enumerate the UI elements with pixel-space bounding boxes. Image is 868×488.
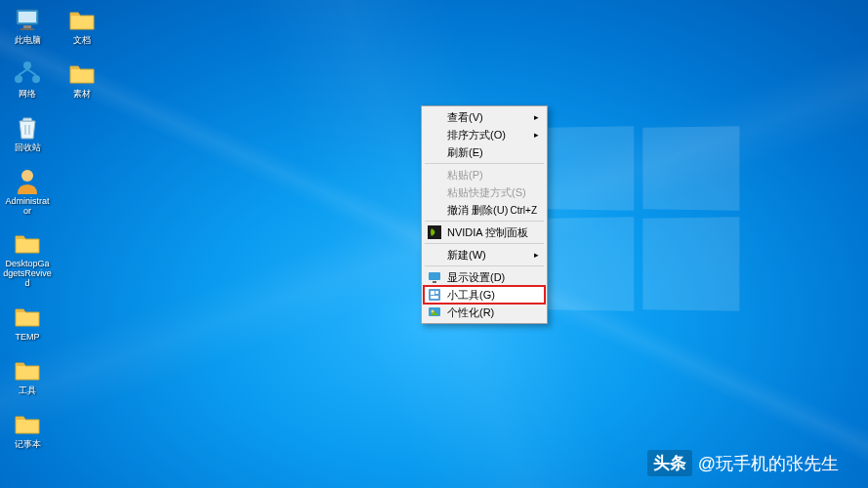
folder-icon bbox=[66, 58, 98, 89]
menu-item-label: 排序方式(O) bbox=[447, 128, 506, 142]
desktop-icon-this-pc[interactable]: 此电脑 bbox=[2, 2, 53, 48]
menu-item-sort[interactable]: 排序方式(O) bbox=[424, 126, 545, 143]
svg-rect-9 bbox=[429, 272, 440, 280]
desktop-icon-label: DesktopGadgetsRevived bbox=[3, 260, 52, 289]
svg-point-4 bbox=[23, 61, 31, 69]
menu-item-nvidia[interactable]: NVIDIA 控制面板 bbox=[424, 224, 545, 241]
desktop-icon-label: 网络 bbox=[19, 90, 36, 100]
menu-separator bbox=[425, 163, 544, 164]
menu-item-paste-sc: 粘贴快捷方式(S) bbox=[424, 183, 545, 201]
menu-item-label: 个性化(R) bbox=[447, 305, 494, 320]
pc-icon bbox=[12, 4, 43, 35]
menu-item-paste: 粘贴(P) bbox=[424, 166, 545, 183]
personal-icon bbox=[428, 305, 441, 319]
menu-item-shortcut: Ctrl+Z bbox=[511, 205, 538, 216]
desktop-icon-admin[interactable]: Administrator bbox=[2, 163, 53, 219]
menu-item-label: NVIDIA 控制面板 bbox=[447, 225, 528, 240]
folder-icon bbox=[12, 408, 43, 439]
folder-icon bbox=[66, 4, 98, 35]
menu-item-display[interactable]: 显示设置(D) bbox=[424, 268, 545, 286]
desktop-icon-label: TEMP bbox=[15, 333, 39, 343]
menu-item-label: 小工具(G) bbox=[447, 288, 495, 303]
desktop-icon-label: 此电脑 bbox=[15, 36, 41, 46]
windows-logo-overlay bbox=[546, 127, 741, 312]
svg-point-7 bbox=[21, 170, 33, 182]
menu-item-view[interactable]: 查看(V) bbox=[424, 108, 545, 126]
desktop-icon-network[interactable]: 网络 bbox=[2, 56, 53, 102]
menu-separator bbox=[425, 265, 544, 266]
svg-rect-1 bbox=[19, 12, 36, 22]
menu-item-label: 撤消 删除(U) bbox=[447, 203, 508, 218]
menu-separator bbox=[425, 221, 544, 222]
svg-point-5 bbox=[15, 75, 22, 83]
menu-item-label: 新建(W) bbox=[447, 248, 486, 263]
svg-rect-12 bbox=[431, 291, 434, 295]
desktop-icon-material[interactable]: 素材 bbox=[57, 56, 107, 102]
watermark-badge: 头条 bbox=[647, 450, 692, 476]
recycle-icon bbox=[12, 111, 43, 142]
menu-item-gadgets[interactable]: 小工具(G) bbox=[424, 286, 545, 304]
menu-separator bbox=[425, 243, 544, 244]
desktop-icon-label: Administrator bbox=[3, 197, 52, 217]
desktop-icon-tools[interactable]: 工具 bbox=[2, 352, 53, 398]
desktop-icon-label: 回收站 bbox=[15, 143, 41, 153]
desktop-icon-label: 文档 bbox=[73, 36, 91, 46]
svg-rect-13 bbox=[435, 291, 438, 294]
watermark: 头条 @玩手机的张先生 bbox=[647, 450, 839, 476]
desktop-icon-temp[interactable]: TEMP bbox=[2, 299, 53, 345]
folder-icon bbox=[12, 354, 43, 386]
desktop-icon-docs[interactable]: 文档 bbox=[57, 2, 107, 48]
desktop-icon-label: 素材 bbox=[73, 90, 91, 100]
watermark-author: @玩手机的张先生 bbox=[698, 452, 839, 475]
folder-icon bbox=[12, 227, 43, 259]
desktop-icon-recycle[interactable]: 回收站 bbox=[2, 109, 53, 155]
menu-item-undo[interactable]: 撤消 删除(U)Ctrl+Z bbox=[424, 201, 545, 219]
desktop-icon-label: 工具 bbox=[19, 386, 36, 396]
svg-rect-3 bbox=[21, 28, 34, 30]
svg-rect-14 bbox=[431, 296, 438, 299]
desktop-icon-grid: 此电脑网络回收站AdministratorDesktopGadgetsReviv… bbox=[2, 2, 107, 452]
folder-icon bbox=[12, 301, 43, 332]
menu-item-label: 粘贴(P) bbox=[447, 168, 483, 183]
menu-item-label: 刷新(E) bbox=[447, 145, 483, 160]
menu-item-label: 查看(V) bbox=[447, 110, 483, 125]
menu-item-personalize[interactable]: 个性化(R) bbox=[424, 304, 545, 321]
desktop-icon-notepad[interactable]: 记事本 bbox=[2, 406, 53, 452]
nvidia-icon bbox=[428, 225, 441, 239]
desktop-icon-label: 记事本 bbox=[15, 440, 41, 450]
gadget-icon bbox=[428, 288, 441, 302]
svg-rect-2 bbox=[23, 25, 31, 28]
user-icon bbox=[12, 165, 43, 196]
network-icon bbox=[12, 58, 43, 89]
menu-item-refresh[interactable]: 刷新(E) bbox=[424, 143, 545, 161]
desktop-icon-gadgets[interactable]: DesktopGadgetsRevived bbox=[2, 225, 53, 291]
svg-point-6 bbox=[32, 75, 40, 83]
display-icon bbox=[428, 270, 441, 284]
menu-item-new[interactable]: 新建(W) bbox=[424, 246, 545, 264]
desktop-context-menu: 查看(V)排序方式(O)刷新(E)粘贴(P)粘贴快捷方式(S)撤消 删除(U)C… bbox=[421, 105, 548, 324]
menu-item-label: 粘贴快捷方式(S) bbox=[447, 185, 526, 200]
svg-rect-10 bbox=[433, 281, 436, 283]
menu-item-label: 显示设置(D) bbox=[447, 270, 505, 285]
